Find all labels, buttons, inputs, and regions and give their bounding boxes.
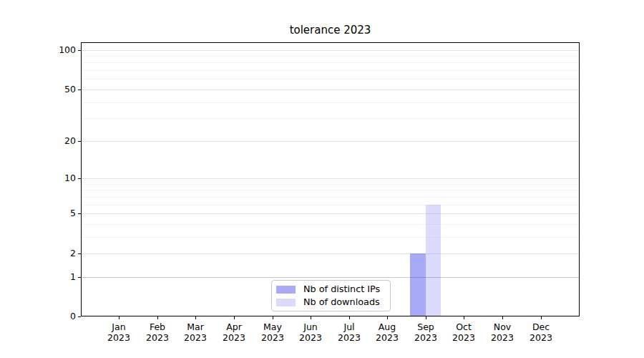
x-tick-year: 2023 [329, 332, 369, 343]
x-tick-label-sep: Sep2023 [406, 321, 446, 343]
x-tick-label-nov: Nov2023 [482, 321, 522, 343]
gridline-minor [81, 70, 580, 71]
x-tick-month: Jan [99, 321, 139, 332]
x-tick-month: Aug [367, 321, 407, 332]
y-tickmark [78, 178, 81, 179]
y-tick-label: 100 [33, 44, 76, 56]
x-tick-month: Mar [175, 321, 215, 332]
x-tick-month: Jun [291, 321, 331, 332]
bar-nb-of-downloads [426, 205, 441, 316]
legend-swatch-nb-of-distinct-ips [276, 286, 296, 294]
x-tick-year: 2023 [444, 332, 484, 343]
x-tickmark [234, 316, 235, 319]
x-tick-year: 2023 [99, 332, 139, 343]
x-tick-month: Apr [214, 321, 254, 332]
y-tick-label: 5 [33, 208, 76, 219]
y-tickmark [78, 90, 81, 90]
gridline-minor [81, 62, 580, 63]
gridline-major [81, 178, 580, 179]
gridline-minor [81, 237, 580, 238]
legend-label: Nb of downloads [303, 297, 380, 307]
y-tickmark [78, 277, 81, 278]
x-tick-label-feb: Feb2023 [137, 321, 177, 343]
x-tick-label-mar: Mar2023 [175, 321, 215, 343]
x-tick-label-apr: Apr2023 [214, 321, 254, 343]
gridline-emphasis [81, 277, 580, 278]
gridline-minor [81, 205, 580, 205]
y-tick-label: 50 [33, 84, 76, 95]
x-tick-label-may: May2023 [253, 321, 293, 343]
legend-swatch-nb-of-downloads [276, 299, 296, 306]
y-tick-label: 1 [33, 271, 76, 283]
chart-figure: tolerance 2023 0125102050100 Jan2023Feb2… [0, 0, 644, 358]
x-tickmark [464, 316, 464, 319]
gridline-major [81, 213, 580, 214]
y-tick-label: 2 [33, 248, 76, 259]
x-tick-month: May [253, 321, 293, 332]
y-tickmark [78, 213, 81, 214]
x-tickmark [195, 316, 196, 319]
x-tick-label-jul: Jul2023 [329, 321, 369, 343]
x-tick-label-jan: Jan2023 [99, 321, 139, 343]
plot-area [81, 42, 580, 316]
x-tick-year: 2023 [291, 332, 331, 343]
y-tick-label: 0 [33, 311, 76, 322]
x-tick-year: 2023 [367, 332, 407, 343]
bar-nb-of-distinct-ips [410, 253, 426, 316]
gridline-major [81, 90, 580, 90]
x-tick-label-jun: Jun2023 [291, 321, 331, 343]
gridline-major [81, 141, 580, 142]
legend-entry: Nb of downloads [276, 297, 390, 307]
x-tickmark [273, 316, 273, 319]
x-tick-month: Nov [482, 321, 522, 332]
gridline-minor [81, 190, 580, 190]
gridline-minor [81, 79, 580, 79]
x-tick-year: 2023 [214, 332, 254, 343]
x-tick-month: Dec [521, 321, 561, 332]
x-tickmark [157, 316, 158, 319]
gridline-minor [81, 184, 580, 185]
y-tickmark [78, 50, 81, 51]
x-tickmark [119, 316, 119, 319]
x-tickmark [502, 316, 503, 319]
y-tick-label: 10 [33, 173, 76, 184]
x-tickmark [349, 316, 350, 319]
x-tick-year: 2023 [253, 332, 293, 343]
x-tick-year: 2023 [406, 332, 446, 343]
y-tickmark [78, 316, 81, 317]
x-tick-label-dec: Dec2023 [521, 321, 561, 343]
gridline-major [81, 253, 580, 254]
gridline-minor [81, 197, 580, 198]
legend: Nb of distinct IPsNb of downloads [271, 280, 391, 311]
x-tick-year: 2023 [175, 332, 215, 343]
x-tick-year: 2023 [521, 332, 561, 343]
legend-label: Nb of distinct IPs [303, 284, 380, 294]
x-tick-year: 2023 [482, 332, 522, 343]
x-tick-year: 2023 [137, 332, 177, 343]
x-tickmark [426, 316, 426, 319]
x-tickmark [311, 316, 311, 319]
x-tick-month: Feb [137, 321, 177, 332]
y-tickmark [78, 141, 81, 142]
x-tick-label-oct: Oct2023 [444, 321, 484, 343]
x-tick-month: Jul [329, 321, 369, 332]
y-tick-label: 20 [33, 135, 76, 147]
gridline-minor [81, 56, 580, 57]
x-tick-month: Oct [444, 321, 484, 332]
x-tick-month: Sep [406, 321, 446, 332]
chart-title: tolerance 2023 [81, 24, 580, 37]
gridline-minor [81, 118, 580, 119]
x-tickmark [541, 316, 542, 319]
y-tickmark [78, 253, 81, 254]
gridline-minor [81, 224, 580, 225]
x-tick-label-aug: Aug2023 [367, 321, 407, 343]
gridline-major [81, 50, 580, 51]
legend-entry: Nb of distinct IPs [276, 284, 390, 294]
gridline-minor [81, 102, 580, 103]
x-tickmark [387, 316, 388, 319]
